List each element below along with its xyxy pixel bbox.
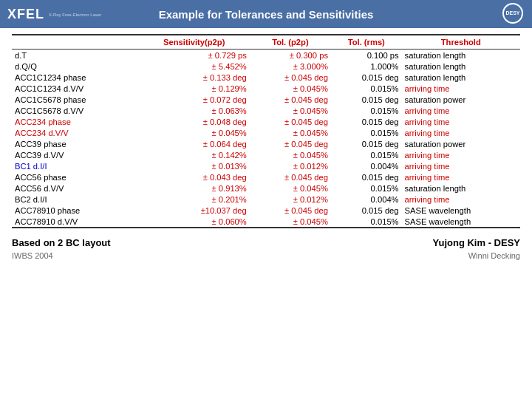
table-row: BC2 d.I/I ± 0.201% ± 0.012% 0.004% arriv… xyxy=(12,194,520,205)
cell-tol-rms: 0.015 deg xyxy=(331,205,402,216)
cell-threshold: saturation length xyxy=(402,72,520,83)
cell-sensitivity: ± 0.129% xyxy=(139,83,250,94)
cell-threshold: saturation length xyxy=(402,183,520,194)
cell-threshold: SASE wavelength xyxy=(402,216,520,228)
cell-param: ACC234 phase xyxy=(12,116,139,127)
cell-threshold: saturation power xyxy=(402,138,520,149)
cell-param: ACC1C1234 d.V/V xyxy=(12,83,139,94)
cell-param: BC1 d.I/I xyxy=(12,160,139,171)
cell-tol-p2p: ± 0.300 ps xyxy=(250,50,331,61)
cell-sensitivity: ± 0.072 deg xyxy=(139,94,250,105)
cell-sensitivity: ± 0.729 ps xyxy=(139,50,250,61)
table-row: ACC78910 phase ±10.037 deg ± 0.045 deg 0… xyxy=(12,205,520,216)
cell-sensitivity: ± 0.013% xyxy=(139,160,250,171)
cell-tol-p2p: ± 0.045% xyxy=(250,216,331,228)
cell-tol-p2p: ± 0.045 deg xyxy=(250,72,331,83)
cell-tol-rms: 0.004% xyxy=(331,194,402,205)
cell-threshold: saturation length xyxy=(402,61,520,72)
cell-sensitivity: ±10.037 deg xyxy=(139,205,250,216)
cell-tol-rms: 0.015% xyxy=(331,183,402,194)
table-row: ACC1C1234 d.V/V ± 0.129% ± 0.045% 0.015%… xyxy=(12,83,520,94)
table-row: ACC78910 d.V/V ± 0.060% ± 0.045% 0.015% … xyxy=(12,216,520,228)
cell-sensitivity: ± 0.133 deg xyxy=(139,72,250,83)
cell-tol-p2p: ± 0.045 deg xyxy=(250,138,331,149)
col-header-param xyxy=(12,35,139,50)
cell-sensitivity: ± 0.142% xyxy=(139,149,250,160)
cell-param: BC2 d.I/I xyxy=(12,194,139,205)
cell-tol-p2p: ± 0.045% xyxy=(250,127,331,138)
page-container: XFEL X-Ray Free-Electron Laser Example f… xyxy=(0,0,532,399)
cell-threshold: arriving time xyxy=(402,105,520,116)
cell-param: ACC1C1234 phase xyxy=(12,72,139,83)
cell-param: d.Q/Q xyxy=(12,61,139,72)
table-row: ACC56 phase ± 0.043 deg ± 0.045 deg 0.01… xyxy=(12,171,520,183)
header-logo: XFEL X-Ray Free-Electron Laser xyxy=(7,7,101,22)
table-row: ACC1C5678 phase ± 0.072 deg ± 0.045 deg … xyxy=(12,94,520,105)
cell-sensitivity: ± 0.913% xyxy=(139,183,250,194)
cell-sensitivity: ± 0.043 deg xyxy=(139,171,250,183)
cell-tol-rms: 0.015 deg xyxy=(331,94,402,105)
col-header-tol-rms: Tol. (rms) xyxy=(331,35,402,50)
cell-sensitivity: ± 0.045% xyxy=(139,127,250,138)
cell-tol-rms: 1.000% xyxy=(331,61,402,72)
table-row: ACC234 phase ± 0.048 deg ± 0.045 deg 0.0… xyxy=(12,116,520,127)
cell-tol-rms: 0.100 ps xyxy=(331,50,402,61)
cell-tol-rms: 0.015 deg xyxy=(331,171,402,183)
cell-param: ACC234 d.V/V xyxy=(12,127,139,138)
cell-threshold: arriving time xyxy=(402,149,520,160)
footer-bottom: IWBS 2004 Winni Decking xyxy=(0,251,532,260)
cell-sensitivity: ± 0.063% xyxy=(139,105,250,116)
main-content: Sensitivity(p2p) Tol. (p2p) Tol. (rms) T… xyxy=(0,28,532,233)
cell-tol-rms: 0.015% xyxy=(331,127,402,138)
cell-param: ACC1C5678 phase xyxy=(12,94,139,105)
cell-tol-p2p: ± 3.000% xyxy=(250,61,331,72)
footer-bottom-left: IWBS 2004 xyxy=(12,251,53,260)
table-row: d.Q/Q ± 5.452% ± 3.000% 1.000% saturatio… xyxy=(12,61,520,72)
cell-threshold: saturation length xyxy=(402,50,520,61)
cell-sensitivity: ± 0.060% xyxy=(139,216,250,228)
table-row: ACC1C1234 phase ± 0.133 deg ± 0.045 deg … xyxy=(12,72,520,83)
cell-tol-rms: 0.015% xyxy=(331,216,402,228)
cell-param: ACC39 d.V/V xyxy=(12,149,139,160)
page-title: Example for Tolerances and Sensitivities xyxy=(159,8,374,21)
cell-tol-p2p: ± 0.045% xyxy=(250,83,331,94)
header-bar: XFEL X-Ray Free-Electron Laser Example f… xyxy=(0,0,532,28)
table-row: ACC56 d.V/V ± 0.913% ± 0.045% 0.015% sat… xyxy=(12,183,520,194)
col-header-threshold: Threshold xyxy=(402,35,520,50)
table-row: ACC1C5678 d.V/V ± 0.063% ± 0.045% 0.015%… xyxy=(12,105,520,116)
cell-tol-rms: 0.015 deg xyxy=(331,72,402,83)
xfel-logo: XFEL xyxy=(7,7,44,22)
table-row: ACC234 d.V/V ± 0.045% ± 0.045% 0.015% ar… xyxy=(12,127,520,138)
footer-left-label: Based on 2 BC layout xyxy=(12,237,111,248)
footer: Based on 2 BC layout Yujong Kim - DESY xyxy=(0,233,532,251)
table-row: d.T ± 0.729 ps ± 0.300 ps 0.100 ps satur… xyxy=(12,50,520,61)
cell-tol-rms: 0.015 deg xyxy=(331,138,402,149)
desy-circle-icon: DESY xyxy=(502,3,523,24)
cell-threshold: arriving time xyxy=(402,160,520,171)
cell-tol-rms: 0.015 deg xyxy=(331,116,402,127)
table-header-row: Sensitivity(p2p) Tol. (p2p) Tol. (rms) T… xyxy=(12,35,520,50)
cell-threshold: saturation power xyxy=(402,94,520,105)
table-row: ACC39 phase ± 0.064 deg ± 0.045 deg 0.01… xyxy=(12,138,520,149)
cell-sensitivity: ± 5.452% xyxy=(139,61,250,72)
cell-tol-rms: 0.015% xyxy=(331,83,402,94)
cell-threshold: arriving time xyxy=(402,127,520,138)
cell-sensitivity: ± 0.048 deg xyxy=(139,116,250,127)
cell-tol-p2p: ± 0.045% xyxy=(250,105,331,116)
cell-tol-p2p: ± 0.045% xyxy=(250,149,331,160)
cell-tol-rms: 0.015% xyxy=(331,105,402,116)
cell-param: ACC56 d.V/V xyxy=(12,183,139,194)
cell-threshold: arriving time xyxy=(402,83,520,94)
col-header-sensitivity: Sensitivity(p2p) xyxy=(139,35,250,50)
cell-tol-p2p: ± 0.045 deg xyxy=(250,116,331,127)
col-header-tol-p2p: Tol. (p2p) xyxy=(250,35,331,50)
xray-subtitle: X-Ray Free-Electron Laser xyxy=(49,13,101,18)
cell-sensitivity: ± 0.201% xyxy=(139,194,250,205)
cell-param: ACC1C5678 d.V/V xyxy=(12,105,139,116)
cell-threshold: arriving time xyxy=(402,194,520,205)
cell-threshold: SASE wavelength xyxy=(402,205,520,216)
cell-tol-p2p: ± 0.045 deg xyxy=(250,171,331,183)
cell-sensitivity: ± 0.064 deg xyxy=(139,138,250,149)
cell-tol-p2p: ± 0.012% xyxy=(250,160,331,171)
cell-tol-p2p: ± 0.045% xyxy=(250,183,331,194)
